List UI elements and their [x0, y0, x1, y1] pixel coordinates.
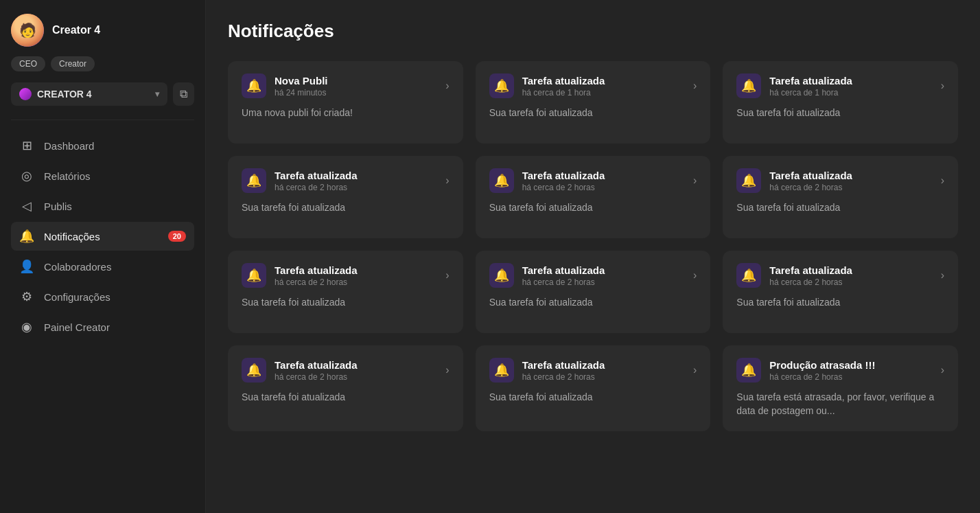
- notif-body: Sua tarefa foi atualizada: [242, 201, 450, 215]
- sidebar-item-relatorios[interactable]: ◎ Relatórios: [11, 161, 194, 190]
- notif-title-group: Tarefa atualizada há cerca de 2 horas: [769, 170, 932, 192]
- sidebar-item-configuracoes[interactable]: ⚙ Configurações: [11, 282, 194, 311]
- screen-share-button[interactable]: ⧉: [173, 82, 194, 106]
- notif-header: 🔔 Tarefa atualizada há cerca de 2 horas …: [242, 263, 450, 288]
- notification-card[interactable]: 🔔 Nova Publi há 24 minutos › Uma nova pu…: [228, 61, 463, 144]
- notification-card[interactable]: 🔔 Tarefa atualizada há cerca de 2 horas …: [476, 345, 711, 431]
- configuracoes-icon: ⚙: [19, 289, 34, 304]
- bell-icon: 🔔: [489, 73, 514, 98]
- sidebar-item-label: Painel Creator: [44, 321, 110, 333]
- sidebar-item-publis[interactable]: ◁ Publis: [11, 192, 194, 220]
- sidebar-item-painel-creator[interactable]: ◉ Painel Creator: [11, 312, 194, 341]
- sidebar-item-colaboradores[interactable]: 👤 Colaboradores: [11, 252, 194, 281]
- user-badges: CEO Creator: [11, 56, 194, 71]
- publis-icon: ◁: [19, 198, 34, 214]
- notif-time: há cerca de 2 horas: [769, 372, 932, 382]
- notificacoes-icon: 🔔: [19, 229, 34, 244]
- user-name: Creator 4: [52, 24, 100, 36]
- chevron-right-icon: ›: [445, 269, 449, 282]
- sidebar-divider: [11, 119, 194, 120]
- sidebar-item-dashboard[interactable]: ⊞ Dashboard: [11, 131, 194, 160]
- sidebar-item-label: Configurações: [44, 291, 110, 303]
- notif-title-group: Tarefa atualizada há cerca de 2 horas: [275, 264, 437, 287]
- bell-icon: 🔔: [489, 358, 514, 383]
- sidebar: 🧑 Creator 4 CEO Creator CREATOR 4 ▾ ⧉ ⊞ …: [0, 0, 206, 513]
- notification-card[interactable]: 🔔 Tarefa atualizada há cerca de 2 horas …: [228, 156, 463, 238]
- notif-body: Sua tarefa foi atualizada: [489, 296, 697, 310]
- notif-body: Sua tarefa foi atualizada: [736, 296, 944, 310]
- notification-card[interactable]: 🔔 Tarefa atualizada há cerca de 1 hora ›…: [723, 61, 958, 144]
- notif-title: Tarefa atualizada: [769, 264, 932, 276]
- notif-header: 🔔 Nova Publi há 24 minutos ›: [242, 73, 450, 98]
- notif-time: há cerca de 2 horas: [522, 277, 685, 287]
- sidebar-item-notificacoes[interactable]: 🔔 Notificações 20: [11, 222, 194, 251]
- bell-icon: 🔔: [736, 358, 761, 383]
- notif-body: Sua tarefa foi atualizada: [489, 391, 697, 404]
- chevron-down-icon: ▾: [155, 89, 159, 99]
- notif-body: Sua tarefa está atrasada, por favor, ver…: [736, 391, 944, 418]
- bell-icon: 🔔: [242, 73, 266, 98]
- chevron-right-icon: ›: [445, 80, 449, 92]
- notif-title-group: Produção atrasada !!! há cerca de 2 hora…: [769, 359, 932, 382]
- notif-body: Sua tarefa foi atualizada: [736, 106, 944, 120]
- notif-time: há cerca de 2 horas: [522, 183, 685, 192]
- sidebar-item-label: Dashboard: [44, 140, 94, 152]
- notif-title: Tarefa atualizada: [522, 264, 685, 276]
- notif-title-group: Tarefa atualizada há cerca de 1 hora: [769, 75, 932, 98]
- chevron-right-icon: ›: [693, 80, 697, 92]
- notif-title-group: Tarefa atualizada há cerca de 2 horas: [522, 359, 685, 382]
- bell-icon: 🔔: [242, 263, 266, 288]
- bell-icon: 🔔: [736, 168, 761, 193]
- notif-header: 🔔 Tarefa atualizada há cerca de 2 horas …: [489, 263, 697, 288]
- notification-card[interactable]: 🔔 Tarefa atualizada há cerca de 2 horas …: [476, 156, 711, 238]
- notif-header: 🔔 Tarefa atualizada há cerca de 2 horas …: [242, 168, 450, 193]
- notification-card[interactable]: 🔔 Tarefa atualizada há cerca de 2 horas …: [723, 251, 958, 333]
- notif-title: Tarefa atualizada: [522, 170, 685, 181]
- badge-ceo: CEO: [11, 56, 45, 71]
- notif-body: Sua tarefa foi atualizada: [242, 391, 450, 404]
- notif-time: há cerca de 2 horas: [275, 372, 437, 382]
- notif-title-group: Tarefa atualizada há cerca de 2 horas: [522, 170, 685, 192]
- bell-icon: 🔔: [736, 73, 761, 98]
- chevron-right-icon: ›: [941, 80, 944, 92]
- workspace-name: CREATOR 4: [37, 89, 92, 100]
- dashboard-icon: ⊞: [19, 138, 34, 153]
- notif-time: há 24 minutos: [275, 88, 437, 98]
- notif-body: Uma nova publi foi criada!: [242, 106, 450, 120]
- sidebar-item-label: Colaboradores: [44, 261, 111, 273]
- bell-icon: 🔔: [489, 263, 514, 288]
- notif-title: Tarefa atualizada: [522, 75, 685, 87]
- user-section: 🧑 Creator 4: [11, 14, 194, 47]
- notif-time: há cerca de 2 horas: [275, 183, 437, 192]
- notif-title: Tarefa atualizada: [769, 170, 932, 181]
- workspace-button[interactable]: CREATOR 4 ▾: [11, 82, 167, 106]
- notif-header: 🔔 Tarefa atualizada há cerca de 2 horas …: [736, 168, 944, 193]
- notification-card[interactable]: 🔔 Tarefa atualizada há cerca de 1 hora ›…: [476, 61, 711, 144]
- bell-icon: 🔔: [242, 168, 266, 193]
- bell-icon: 🔔: [489, 168, 514, 193]
- notif-title-group: Tarefa atualizada há cerca de 1 hora: [522, 75, 685, 98]
- notification-card[interactable]: 🔔 Tarefa atualizada há cerca de 2 horas …: [228, 251, 463, 333]
- notification-card[interactable]: 🔔 Produção atrasada !!! há cerca de 2 ho…: [723, 345, 958, 431]
- notification-card[interactable]: 🔔 Tarefa atualizada há cerca de 2 horas …: [723, 156, 958, 238]
- notif-time: há cerca de 1 hora: [769, 88, 932, 98]
- notif-header: 🔔 Tarefa atualizada há cerca de 2 horas …: [242, 358, 450, 383]
- workspace-selector: CREATOR 4 ▾ ⧉: [11, 82, 194, 106]
- chevron-right-icon: ›: [941, 364, 944, 376]
- sidebar-item-label: Publis: [44, 201, 72, 212]
- chevron-right-icon: ›: [693, 364, 697, 376]
- notif-time: há cerca de 2 horas: [522, 372, 685, 382]
- notification-card[interactable]: 🔔 Tarefa atualizada há cerca de 2 horas …: [476, 251, 711, 333]
- notif-time: há cerca de 2 horas: [275, 277, 437, 287]
- sidebar-item-label: Relatórios: [44, 170, 91, 182]
- notifications-grid: 🔔 Nova Publi há 24 minutos › Uma nova pu…: [228, 61, 958, 431]
- page-title: Notificações: [228, 21, 958, 42]
- avatar: 🧑: [11, 14, 44, 47]
- notification-card[interactable]: 🔔 Tarefa atualizada há cerca de 2 horas …: [228, 345, 463, 431]
- notif-header: 🔔 Tarefa atualizada há cerca de 1 hora ›: [736, 73, 944, 98]
- workspace-dot: [19, 88, 32, 100]
- notif-title-group: Tarefa atualizada há cerca de 2 horas: [769, 264, 932, 287]
- notif-title: Tarefa atualizada: [275, 170, 437, 181]
- notif-title-group: Nova Publi há 24 minutos: [275, 75, 437, 98]
- sidebar-item-label: Notificações: [44, 231, 100, 242]
